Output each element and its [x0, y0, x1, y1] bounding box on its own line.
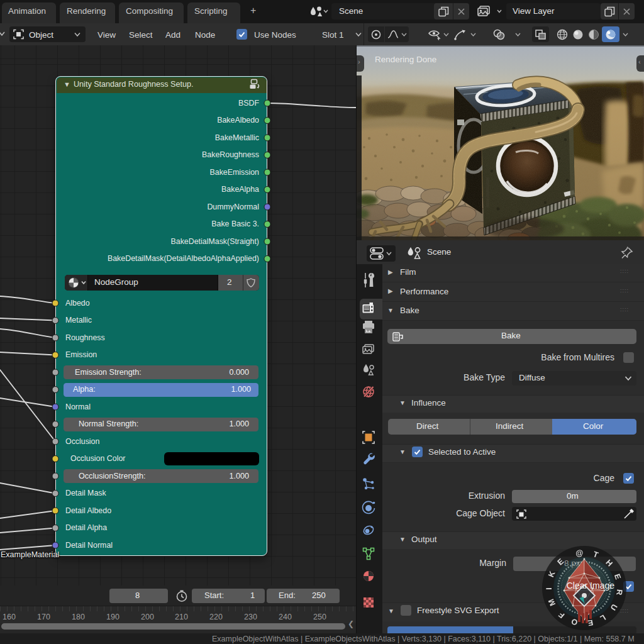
svg-text:I: I — [545, 587, 553, 590]
svg-text:@: @ — [575, 548, 584, 558]
svg-text:Rendering Done: Rendering Done — [375, 55, 436, 64]
svg-text:R: R — [614, 589, 624, 596]
